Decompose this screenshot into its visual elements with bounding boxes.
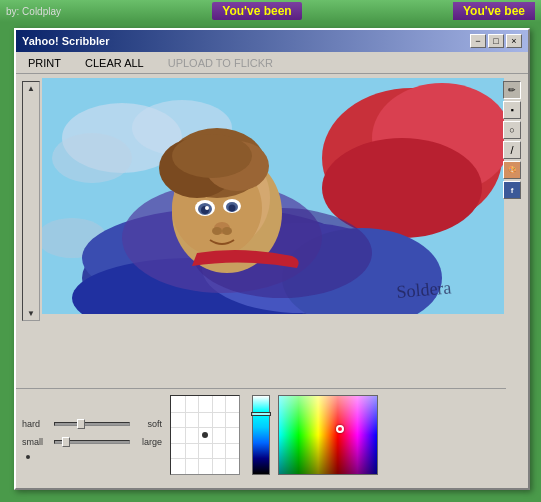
marquee-text-right: You've bee — [453, 2, 535, 20]
right-toolbar: ✏ ▪ ○ / 🎨 f — [502, 81, 522, 199]
palette-overlay — [279, 396, 377, 474]
size-left-label: small — [22, 437, 50, 447]
svg-point-29 — [229, 205, 236, 212]
color-value-slider[interactable] — [252, 395, 270, 475]
maximize-button[interactable]: □ — [488, 34, 504, 48]
hardness-thumb[interactable] — [77, 419, 85, 429]
hardness-slider-row: hard soft — [22, 419, 162, 429]
hardness-right-label: soft — [134, 419, 162, 429]
brush-dot-small — [26, 455, 30, 459]
circle-tool-button[interactable]: ○ — [503, 121, 521, 139]
brush-center-dot — [202, 432, 208, 438]
square-tool-button[interactable]: ▪ — [503, 101, 521, 119]
color-palette[interactable] — [278, 395, 378, 475]
svg-point-32 — [222, 227, 232, 235]
grid-v3 — [212, 396, 213, 474]
upload-flickr-menu-item: UPLOAD TO FLICKR — [164, 55, 277, 71]
grid-v2 — [198, 396, 199, 474]
color-slider-thumb[interactable] — [251, 412, 271, 416]
grid-h2 — [171, 427, 239, 428]
skin-tone-button[interactable]: 🎨 — [503, 161, 521, 179]
clear-all-menu-item[interactable]: CLEAR ALL — [81, 55, 148, 71]
window-title: Yahoo! Scribbler — [22, 35, 109, 47]
marquee-area: You've been — [61, 2, 453, 20]
drawing-canvas-container[interactable]: Soldera — [42, 78, 504, 314]
grid-h3 — [171, 443, 239, 444]
grid-v4 — [225, 396, 226, 474]
print-menu-item[interactable]: PRINT — [24, 55, 65, 71]
brush-size-indicator — [22, 455, 162, 459]
bottom-panel: hard soft small large — [16, 388, 506, 488]
menu-bar: PRINT CLEAR ALL UPLOAD TO FLICKR — [16, 52, 528, 74]
window-titlebar: Yahoo! Scribbler − □ × — [16, 30, 528, 52]
svg-point-31 — [212, 227, 222, 235]
brush-preview — [170, 395, 240, 475]
size-thumb[interactable] — [62, 437, 70, 447]
line-tool-button[interactable]: / — [503, 141, 521, 159]
size-controls: hard soft small large — [22, 395, 162, 482]
left-scrollbar[interactable]: ▲ ▼ — [22, 81, 40, 321]
facebook-share-button[interactable]: f — [503, 181, 521, 199]
scroll-down-arrow[interactable]: ▼ — [27, 309, 35, 318]
color-slider-track[interactable] — [252, 395, 270, 475]
artist-label: by: Coldplay — [6, 6, 61, 17]
pencil-tool-button[interactable]: ✏ — [503, 81, 521, 99]
hardness-left-label: hard — [22, 419, 50, 429]
svg-point-26 — [205, 206, 209, 210]
artwork-svg: Soldera — [42, 78, 504, 314]
svg-point-3 — [52, 133, 132, 183]
marquee-text: You've been — [212, 2, 301, 20]
close-button[interactable]: × — [506, 34, 522, 48]
scroll-up-arrow[interactable]: ▲ — [27, 84, 35, 93]
size-slider[interactable] — [54, 440, 130, 444]
grid-h4 — [171, 458, 239, 459]
minimize-button[interactable]: − — [470, 34, 486, 48]
scribbler-window: Yahoo! Scribbler − □ × PRINT CLEAR ALL U… — [14, 28, 530, 490]
hardness-slider[interactable] — [54, 422, 130, 426]
size-right-label: large — [134, 437, 162, 447]
window-controls: − □ × — [470, 34, 522, 48]
svg-point-22 — [172, 134, 252, 178]
grid-v1 — [185, 396, 186, 474]
browser-top-bar: by: Coldplay You've been You've bee — [0, 0, 541, 22]
color-cursor — [336, 425, 344, 433]
grid-h1 — [171, 412, 239, 413]
size-slider-row: small large — [22, 437, 162, 447]
